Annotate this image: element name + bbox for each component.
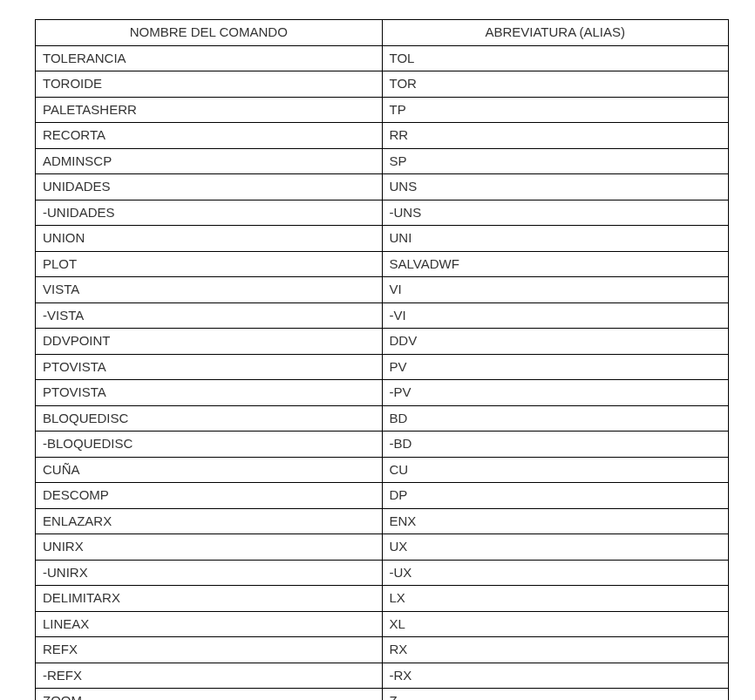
cell-command-alias: TOR [382,71,729,98]
table-row: RECORTA RR [36,123,729,149]
cell-command-name: -UNIDADES [36,200,383,226]
cell-command-name: DESCOMP [36,483,383,509]
table-row: DELIMITARX LX [36,586,729,612]
table-row: PTOVISTA PV [36,354,729,380]
cell-command-alias: DDV [382,329,729,355]
cell-command-alias: TP [382,97,729,123]
cell-command-name: LINEAX [36,611,383,637]
cell-command-alias: CU [382,457,729,483]
cell-command-alias: RX [382,637,729,663]
cell-command-name: -BLOQUEDISC [36,432,383,458]
cell-command-alias: -BD [382,432,729,458]
cell-command-name: REFX [36,637,383,663]
cell-command-name: UNIDADES [36,174,383,200]
cell-command-alias: UX [382,534,729,561]
cell-command-name: ZOOM [36,689,383,701]
cell-command-alias: -UNS [382,200,729,226]
cell-command-name: -REFX [36,663,383,689]
cell-command-name: RECORTA [36,123,383,149]
cell-command-alias: RR [382,123,729,149]
table-row: PTOVISTA -PV [36,380,729,406]
cell-command-alias: VI [382,277,729,303]
table-row: PLOT SALVADWF [36,251,729,277]
cell-command-alias: SALVADWF [382,251,729,277]
document-page: NOMBRE DEL COMANDO ABREVIATURA (ALIAS) T… [0,0,755,700]
table-row: DESCOMP DP [36,483,729,509]
table-row: ZOOM Z [36,689,729,701]
cell-command-name: TOROIDE [36,71,383,98]
table-row: ENLAZARX ENX [36,508,729,534]
cell-command-name: PLOT [36,251,383,277]
cell-command-name: ADMINSCP [36,148,383,174]
table-body: TOLERANCIA TOL TOROIDE TOR PALETASHERR T… [36,45,729,700]
cell-command-alias: -RX [382,663,729,689]
cell-command-name: VISTA [36,277,383,303]
table-row: BLOQUEDISC BD [36,405,729,432]
cell-command-name: PALETASHERR [36,97,383,123]
table-row: DDVPOINT DDV [36,329,729,355]
cell-command-alias: -UX [382,560,729,586]
cell-command-name: -UNIRX [36,560,383,586]
cell-command-alias: -PV [382,380,729,406]
cell-command-alias: Z [382,689,729,701]
table-row: VISTA VI [36,277,729,303]
header-command-alias: ABREVIATURA (ALIAS) [382,20,729,46]
table-row: UNIRX UX [36,534,729,561]
cell-command-alias: XL [382,611,729,637]
cell-command-alias: ENX [382,508,729,534]
table-row: -BLOQUEDISC -BD [36,432,729,458]
cell-command-name: BLOQUEDISC [36,405,383,432]
table-row: LINEAX XL [36,611,729,637]
table-row: REFX RX [36,637,729,663]
cell-command-name: ENLAZARX [36,508,383,534]
cell-command-name: CUÑA [36,457,383,483]
command-alias-table: NOMBRE DEL COMANDO ABREVIATURA (ALIAS) T… [35,19,729,700]
cell-command-alias: PV [382,354,729,380]
header-command-name: NOMBRE DEL COMANDO [36,20,383,46]
table-row: -UNIDADES -UNS [36,200,729,226]
table-row: -UNIRX -UX [36,560,729,586]
cell-command-name: TOLERANCIA [36,45,383,71]
cell-command-name: DELIMITARX [36,586,383,612]
cell-command-name: -VISTA [36,302,383,329]
table-header-row: NOMBRE DEL COMANDO ABREVIATURA (ALIAS) [36,20,729,46]
cell-command-alias: SP [382,148,729,174]
cell-command-name: UNION [36,226,383,252]
cell-command-alias: DP [382,483,729,509]
table-row: UNION UNI [36,226,729,252]
cell-command-name: UNIRX [36,534,383,561]
cell-command-alias: -VI [382,302,729,329]
cell-command-name: PTOVISTA [36,380,383,406]
table-row: PALETASHERR TP [36,97,729,123]
cell-command-alias: TOL [382,45,729,71]
table-row: CUÑA CU [36,457,729,483]
table-row: -VISTA -VI [36,302,729,329]
table-row: ADMINSCP SP [36,148,729,174]
table-row: TOROIDE TOR [36,71,729,98]
table-row: -REFX -RX [36,663,729,689]
cell-command-alias: BD [382,405,729,432]
table-row: UNIDADES UNS [36,174,729,200]
cell-command-name: PTOVISTA [36,354,383,380]
cell-command-alias: LX [382,586,729,612]
table-row: TOLERANCIA TOL [36,45,729,71]
cell-command-alias: UNI [382,226,729,252]
cell-command-name: DDVPOINT [36,329,383,355]
cell-command-alias: UNS [382,174,729,200]
